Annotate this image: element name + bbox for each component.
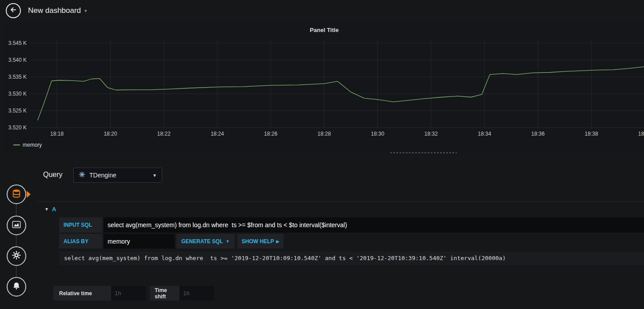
alias-by-label: ALIAS BY	[59, 234, 102, 249]
svg-text:3.520 K: 3.520 K	[8, 124, 27, 131]
chevron-down-icon[interactable]: ▾	[84, 8, 87, 14]
tab-visualization[interactable]	[7, 216, 26, 235]
graph-panel: Panel Title 3.520 K3.525 K3.530 K3.535 K…	[4, 21, 644, 153]
show-help-button[interactable]: SHOW HELP ▶	[237, 234, 284, 249]
relative-time-field[interactable]	[111, 286, 146, 301]
svg-text:3.525 K: 3.525 K	[8, 108, 27, 114]
generate-sql-button[interactable]: GENERATE SQL ▼	[176, 234, 235, 249]
svg-text:18:36: 18:36	[531, 131, 544, 137]
collapse-caret-icon: ▼	[44, 207, 49, 212]
legend-item-memory[interactable]: memory	[13, 142, 42, 148]
tdengine-logo-icon	[79, 171, 85, 180]
svg-text:18:18: 18:18	[50, 131, 64, 137]
svg-text:3.545 K: 3.545 K	[8, 40, 27, 46]
query-ref-id: A	[52, 206, 56, 213]
chart-icon	[12, 220, 21, 231]
panel-editor-tabs	[0, 153, 38, 309]
query-editor: Query TDengine ▼ ▼ A INPUT SQL ALIAS BY	[38, 160, 644, 309]
database-icon	[12, 189, 21, 200]
legend-series-color-icon	[13, 144, 20, 145]
dashboard-title[interactable]: New dashboard	[28, 6, 81, 15]
grafana-panel-edit-screen: New dashboard ▾ Panel Title 3.520 K3.525…	[0, 0, 644, 309]
svg-text:3.535 K: 3.535 K	[8, 74, 27, 80]
time-shift-field[interactable]	[180, 286, 214, 301]
svg-text:18:28: 18:28	[317, 131, 331, 137]
input-sql-field[interactable]	[104, 217, 644, 233]
chevron-right-icon: ▶	[276, 239, 279, 244]
legend-series-label: memory	[23, 142, 42, 148]
input-sql-row: INPUT SQL	[59, 217, 644, 233]
generated-sql-text: select avg(mem_system) from log.dn where…	[59, 252, 644, 265]
tab-queries[interactable]	[7, 185, 26, 204]
tab-general[interactable]	[7, 246, 26, 266]
svg-text:18:24: 18:24	[211, 131, 224, 137]
svg-text:18:26: 18:26	[264, 131, 277, 137]
chevron-down-icon: ▼	[152, 173, 157, 178]
tab-alert[interactable]	[7, 277, 26, 297]
active-tab-arrow-icon	[27, 191, 31, 198]
relative-time-label: Relative time	[53, 286, 111, 301]
generate-sql-label: GENERATE SQL	[181, 238, 223, 245]
time-series-chart[interactable]: 3.520 K3.525 K3.530 K3.535 K3.540 K3.545…	[4, 21, 644, 153]
svg-text:18:20: 18:20	[104, 131, 117, 137]
horizontal-scrollbar[interactable]	[390, 152, 457, 153]
datasource-name: TDengine	[89, 172, 148, 179]
svg-text:3.540 K: 3.540 K	[8, 57, 27, 63]
svg-text:18:30: 18:30	[371, 131, 384, 137]
query-row-header[interactable]: ▼ A	[38, 201, 644, 217]
back-button[interactable]	[6, 3, 21, 18]
chevron-down-icon: ▼	[226, 239, 230, 244]
svg-text:18:38: 18:38	[585, 131, 598, 137]
svg-text:18:40: 18:40	[638, 131, 644, 137]
bell-icon	[12, 281, 21, 292]
time-options-row: Relative time Time shift	[53, 286, 214, 301]
svg-text:3.530 K: 3.530 K	[8, 91, 27, 97]
svg-text:18:32: 18:32	[424, 131, 438, 137]
arrow-left-icon	[10, 6, 17, 15]
alias-by-row: ALIAS BY GENERATE SQL ▼ SHOW HELP ▶	[59, 234, 644, 249]
input-sql-label: INPUT SQL	[59, 217, 102, 233]
datasource-picker[interactable]: TDengine ▼	[73, 168, 162, 183]
time-shift-label: Time shift	[150, 286, 180, 301]
top-bar: New dashboard ▾	[0, 0, 644, 21]
alias-by-field[interactable]	[104, 234, 175, 249]
query-section-title: Query	[43, 171, 63, 179]
gear-icon	[11, 250, 22, 262]
svg-text:18:22: 18:22	[157, 131, 171, 137]
show-help-label: SHOW HELP	[242, 238, 274, 245]
svg-text:18:34: 18:34	[478, 131, 491, 137]
